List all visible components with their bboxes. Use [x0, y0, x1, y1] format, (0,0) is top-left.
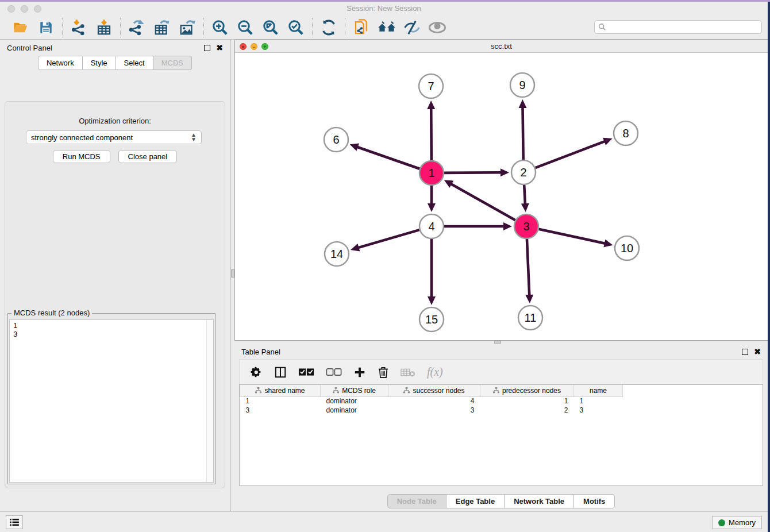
graph-edge-3-1[interactable] [451, 184, 515, 221]
optimization-criterion-select[interactable]: strongly connected component ▲▼ [26, 130, 202, 144]
graph-edge-1-6[interactable] [357, 147, 419, 169]
fx-icon-label: f(x) [427, 365, 443, 379]
graph-node-label-4: 4 [428, 220, 434, 233]
first-neighbors-icon[interactable] [378, 18, 396, 37]
search-input[interactable] [606, 23, 758, 31]
result-scrollbar[interactable] [206, 320, 213, 482]
task-history-button[interactable] [6, 515, 23, 529]
graph-node-label-7: 7 [428, 80, 434, 92]
zoom-out-icon[interactable] [236, 18, 255, 37]
table-cell[interactable]: 1 [574, 396, 623, 406]
export-table-icon[interactable] [153, 18, 171, 37]
toolbar-separator [345, 18, 345, 37]
table-cell[interactable]: 3 [574, 406, 623, 415]
graph-edge-3-11[interactable] [527, 239, 529, 296]
close-window-icon[interactable] [7, 5, 15, 13]
tab-select[interactable]: Select [116, 56, 153, 70]
graph-edge-arrow [503, 222, 512, 230]
import-table-icon[interactable] [95, 18, 113, 37]
tab-edge-table[interactable]: Edge Table [446, 494, 505, 508]
float-panel-icon[interactable] [204, 45, 210, 51]
app-window: Session: New Session [0, 2, 768, 532]
control-panel: Control Panel ✖ NetworkStyleSelectMCDS O… [0, 40, 230, 511]
toolbar-separator [62, 18, 63, 37]
network-canvas[interactable]: 7968124314101511 [235, 53, 768, 340]
table-cell[interactable]: dominator [321, 406, 388, 415]
close-table-panel-icon[interactable]: ✖ [754, 349, 761, 355]
table-cell[interactable]: dominator [321, 396, 388, 406]
column-header-MCDS-role[interactable]: MCDS role [321, 385, 388, 396]
tab-network[interactable]: Network [38, 56, 83, 70]
network-close-icon[interactable]: × [240, 43, 247, 50]
export-network-icon[interactable] [128, 18, 146, 37]
graph-edge-1-7[interactable] [431, 108, 432, 160]
close-panel-button[interactable]: Close panel [118, 150, 178, 163]
import-network-icon[interactable] [70, 18, 88, 37]
node-table[interactable]: shared nameMCDS rolesuccessor nodesprede… [239, 384, 763, 486]
mcds-result-group: MCDS result (2 nodes) 1 3 [7, 313, 215, 484]
clone-network-icon[interactable] [352, 18, 371, 37]
tab-network-table[interactable]: Network Table [505, 494, 574, 508]
graph-edge-4-14[interactable] [357, 230, 419, 248]
export-image-icon[interactable] [178, 18, 197, 37]
network-zoom-icon[interactable]: + [261, 43, 268, 50]
table-cell[interactable]: 2 [480, 406, 574, 415]
network-minimize-icon[interactable]: − [251, 43, 257, 50]
column-header-shared-name[interactable]: shared name [240, 385, 321, 396]
table-row[interactable]: 1dominator411 [240, 396, 623, 406]
table-cell[interactable]: 1 [480, 396, 574, 406]
graph-edge-1-2[interactable] [444, 172, 502, 173]
show-hide-icon[interactable] [403, 18, 421, 37]
graph-edge-2-9[interactable] [523, 107, 523, 160]
table-row[interactable]: 3dominator323 [240, 406, 623, 415]
column-header-predecessor-nodes[interactable]: predecessor nodes [480, 385, 574, 396]
graph-edge-2-8[interactable] [536, 141, 606, 168]
toolbar-separator [203, 18, 204, 37]
table-cell[interactable]: 4 [388, 396, 480, 406]
tab-mcds[interactable]: MCDS [153, 56, 192, 70]
vertical-splitter[interactable] [230, 40, 234, 511]
splitter-handle[interactable] [494, 341, 501, 344]
window-traffic-lights[interactable] [7, 5, 41, 13]
column-type-icon [333, 387, 339, 394]
zoom-selected-icon[interactable] [287, 18, 305, 37]
node-table-grid[interactable]: shared nameMCDS rolesuccessor nodesprede… [240, 385, 623, 415]
mcds-panel: Optimization criterion: strongly connect… [5, 101, 225, 488]
graph-edge-3-10[interactable] [538, 229, 605, 244]
table-cell[interactable]: 3 [240, 406, 321, 415]
zoom-window-icon[interactable] [34, 5, 41, 13]
memory-button[interactable]: Memory [712, 516, 762, 529]
splitter-handle[interactable] [231, 269, 234, 277]
zoom-in-icon[interactable] [211, 18, 229, 37]
tab-node-table[interactable]: Node Table [387, 494, 446, 508]
zoom-fit-icon[interactable] [261, 18, 280, 37]
graph-edge-arrow [521, 203, 529, 212]
select-all-icon[interactable] [298, 367, 314, 377]
table-panel: Table Panel ✖ [234, 344, 768, 511]
run-mcds-button[interactable]: Run MCDS [53, 150, 110, 163]
toggle-view-icon[interactable] [428, 18, 446, 37]
column-view-icon[interactable] [274, 366, 287, 379]
search-box[interactable] [594, 20, 762, 34]
table-settings-icon[interactable] [250, 366, 263, 379]
close-panel-icon[interactable]: ✖ [216, 45, 223, 51]
column-header-successor-nodes[interactable]: successor nodes [388, 385, 480, 396]
open-file-icon[interactable] [11, 18, 30, 37]
minimize-window-icon[interactable] [21, 5, 28, 13]
graph-edge-arrow [519, 99, 527, 108]
float-table-panel-icon[interactable] [742, 349, 748, 355]
deselect-all-icon[interactable] [326, 367, 342, 377]
save-session-icon[interactable] [37, 18, 55, 37]
table-cell[interactable]: 1 [240, 396, 321, 406]
column-header-name[interactable]: name [574, 385, 623, 396]
refresh-view-icon[interactable] [319, 18, 338, 37]
graph-edge-2-3[interactable] [524, 185, 525, 205]
delete-table-icon [401, 367, 415, 377]
tab-motifs[interactable]: Motifs [574, 494, 615, 508]
table-cell[interactable]: 3 [388, 406, 480, 415]
graph-node-label-10: 10 [621, 242, 633, 255]
delete-column-icon[interactable] [378, 366, 389, 379]
add-column-icon[interactable] [353, 366, 366, 379]
optimization-criterion-label: Optimization criterion: [5, 117, 225, 125]
tab-style[interactable]: Style [83, 56, 116, 70]
